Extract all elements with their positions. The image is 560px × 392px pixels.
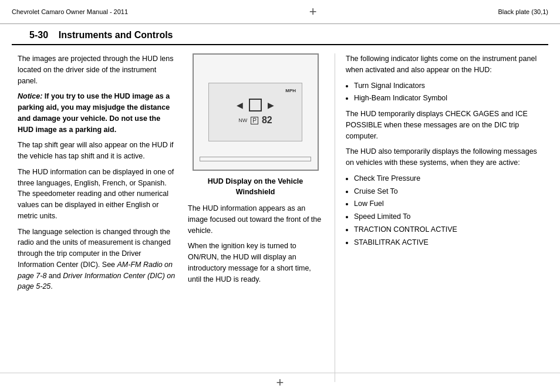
hud-right-arrow-icon: ▶ — [268, 100, 274, 110]
section-heading: Instruments and Controls — [59, 30, 173, 40]
right-para1: The following indicator lights come on t… — [346, 53, 542, 76]
hud-speed: 82 — [262, 115, 272, 126]
list-item: Speed Limited To — [354, 211, 542, 222]
left-para4-end: . — [50, 282, 52, 290]
list-item: Cruise Set To — [354, 186, 542, 197]
left-para4: The language selection is changed throug… — [18, 227, 176, 293]
middle-para1: The HUD information appears as an image … — [188, 203, 323, 236]
main-content: The images are projected through the HUD… — [0, 45, 560, 390]
notice-label: Notice: — [18, 92, 42, 100]
right-para2: The HUD temporarily displays CHECK GAGES… — [346, 109, 542, 141]
section-number: 5-30 — [29, 30, 48, 40]
right-list1: Turn Signal Indicators High-Beam Indicat… — [354, 80, 542, 104]
list-item: Turn Signal Indicators — [354, 80, 542, 92]
crosshair-icon — [306, 5, 320, 19]
header-right: Black plate (30,1) — [498, 8, 548, 15]
hud-bottom-row: NW P 82 — [238, 115, 272, 126]
hud-display: ◀ ▶ MPH NW P 82 — [208, 83, 302, 141]
header-left: Chevrolet Camaro Owner Manual - 2011 — [12, 8, 128, 15]
left-notice: Notice: If you try to use the HUD image … — [18, 91, 176, 135]
middle-para2: When the ignition key is turned to ON/RU… — [188, 241, 323, 285]
left-para1: The images are projected through the HUD… — [18, 53, 176, 86]
list-item: TRACTION CONTROL ACTIVE — [354, 224, 542, 235]
hud-bottom-line — [200, 157, 311, 161]
right-para3: The HUD also temporarily displays the fo… — [346, 146, 542, 168]
list-item: High-Beam Indicator Symbol — [354, 93, 542, 104]
hud-top-row: ◀ ▶ — [237, 99, 274, 111]
section-title: 5-30 Instruments and Controls — [29, 30, 173, 40]
list-item: STABILITRAK ACTIVE — [354, 237, 542, 248]
hud-mph-label: MPH — [285, 88, 296, 93]
right-column: The following indicator lights come on t… — [335, 53, 542, 382]
hud-gear-box — [249, 99, 262, 111]
hud-p-icon: P — [251, 117, 258, 124]
left-column: The images are projected through the HUD… — [18, 53, 176, 382]
list-item: Check Tire Pressure — [354, 173, 542, 184]
left-para3: The HUD information can be displayed in … — [18, 167, 176, 222]
page-footer — [0, 373, 560, 392]
hud-compass: NW — [238, 117, 247, 123]
hud-image-box: ◀ ▶ MPH NW P 82 — [193, 53, 319, 171]
middle-column: ◀ ▶ MPH NW P 82 HUD Display on the Vehic… — [188, 53, 323, 382]
right-list2: Check Tire Pressure Cruise Set To Low Fu… — [354, 173, 542, 248]
hud-left-arrow-icon: ◀ — [237, 100, 243, 110]
left-para2: The tap shift gear will also appear on t… — [18, 140, 176, 162]
section-title-bar: 5-30 Instruments and Controls — [12, 24, 548, 45]
list-item: Low Fuel — [354, 198, 542, 209]
footer-crosshair-icon — [273, 376, 287, 390]
header-center — [306, 5, 320, 19]
image-caption: HUD Display on the Vehicle Windshield — [188, 177, 323, 197]
middle-text: The HUD information appears as an image … — [188, 203, 323, 289]
page-header: Chevrolet Camaro Owner Manual - 2011 Bla… — [0, 0, 560, 24]
left-para4-and: and — [49, 272, 61, 280]
